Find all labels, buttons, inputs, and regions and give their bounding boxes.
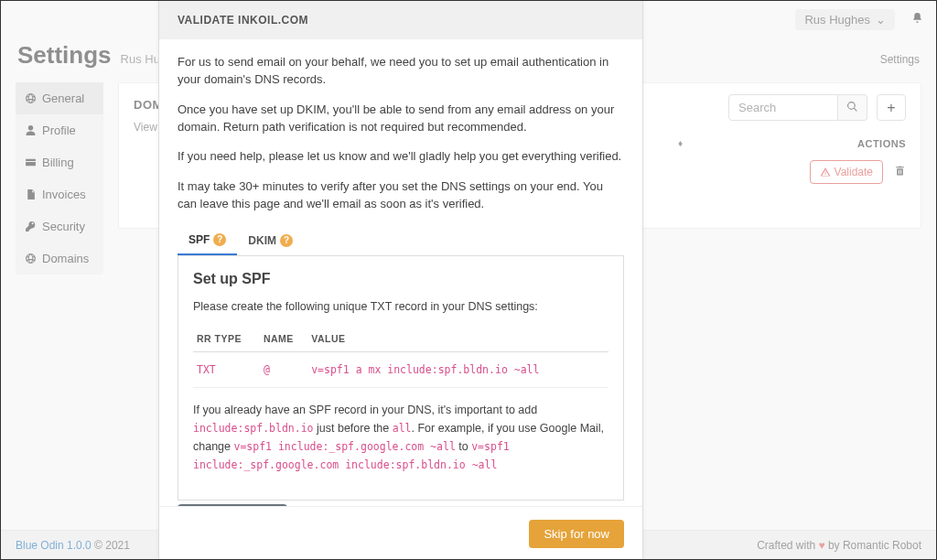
tab-dkim[interactable]: DKIM ? [237,226,304,255]
modal-para: It may take 30+ minutes to verify after … [178,178,624,213]
modal-title: VALIDATE INKOIL.COM [159,1,642,39]
tab-spf[interactable]: SPF ? [178,226,237,255]
dns-tabs: SPF ? DKIM ? [178,226,624,256]
validate-modal: VALIDATE INKOIL.COM For us to send email… [158,1,643,560]
th-value: VALUE [307,326,609,352]
th-rrtype: RR TYPE [193,326,260,352]
cell-rrtype: TXT [193,352,260,388]
warning-icon: ? [213,233,226,246]
spf-instruction: Please create the following unique TXT r… [193,298,609,315]
spf-heading: Set up SPF [193,271,609,287]
table-row: TXT @ v=spf1 a mx include:spf.bldn.io ~a… [193,352,609,388]
spf-panel: Set up SPF Please create the following u… [178,256,624,501]
modal-para: Once you have set up DKIM, you'll be abl… [178,102,624,136]
modal-para: If you need help, please let us know and… [178,148,624,166]
warning-icon: ? [280,234,293,247]
dns-record-table: RR TYPE NAME VALUE TXT @ v=spf1 a mx inc… [193,326,609,388]
modal-para: For us to send email on your behalf, we … [178,54,624,89]
th-name: NAME [260,326,307,352]
skip-button[interactable]: Skip for now [529,520,624,548]
cell-value: v=spf1 a mx include:spf.bldn.io ~all [307,352,609,388]
cell-name: @ [260,352,307,388]
spf-note: If you already have an SPF record in you… [193,401,609,474]
